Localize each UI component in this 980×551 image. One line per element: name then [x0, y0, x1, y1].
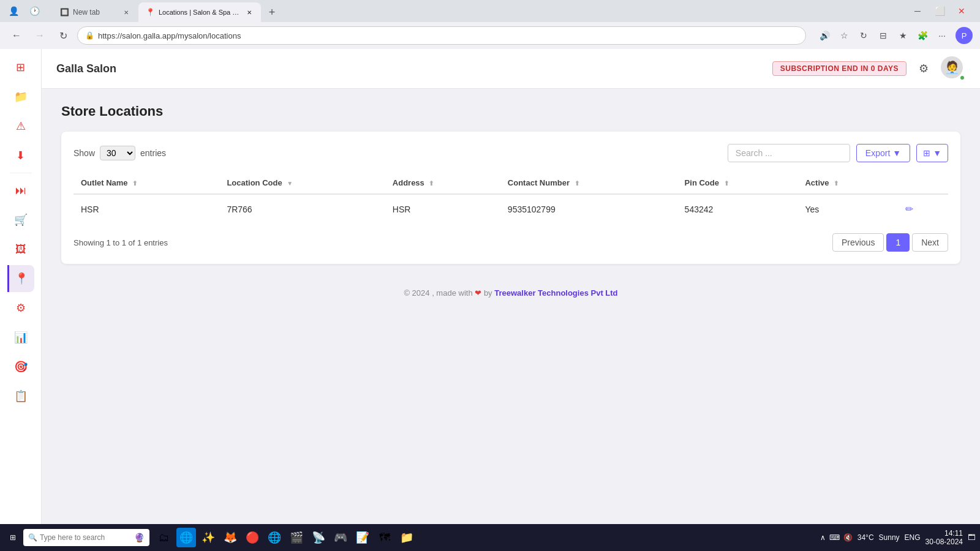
browser-profile-icon[interactable]: P: [956, 27, 973, 44]
pagination-row: Showing 1 to 1 of 1 entries Previous 1 N…: [74, 233, 948, 252]
refresh-button[interactable]: ↻: [54, 26, 72, 45]
col-outlet-name[interactable]: Outlet Name ⬆: [74, 172, 219, 194]
split-view-icon[interactable]: ⊟: [875, 27, 892, 44]
close-button[interactable]: ✕: [953, 2, 970, 20]
taskbar-app-explorer[interactable]: 📁: [397, 528, 417, 547]
sidebar-item-media[interactable]: ⏭: [7, 177, 34, 204]
sort-icon-outlet: ⬆: [132, 180, 137, 187]
col-location-code[interactable]: Location Code ▼: [219, 172, 385, 194]
avatar-online-dot: [959, 75, 965, 81]
previous-button[interactable]: Previous: [832, 233, 884, 252]
sidebar-item-reports[interactable]: 📊: [7, 324, 34, 351]
systray-up-icon[interactable]: ∧: [820, 533, 826, 542]
addressbar-row: ← → ↻ 🔒 https://salon.galla.app/mysalon/…: [0, 22, 980, 49]
main-content: Galla Salon SUBSCRIPTION END IN 0 DAYS ⚙…: [42, 49, 980, 524]
col-address[interactable]: Address ⬆: [385, 172, 500, 194]
maximize-button[interactable]: ⬜: [931, 2, 948, 20]
tab-close-btn[interactable]: ✕: [121, 7, 131, 17]
entries-select[interactable]: 30 10 50 100: [100, 146, 135, 160]
sidebar-item-dashboard[interactable]: ⊞: [7, 54, 34, 81]
table-body: HSR 7R766 HSR 9535102799 543242 Yes ✏: [74, 194, 948, 223]
taskbar-app-youtube[interactable]: 🎬: [287, 528, 306, 547]
cell-contact-number: 9535102799: [500, 194, 677, 223]
taskbar-right: ∧ ⌨ 🔇 34°C Sunny ENG 14:11 30-08-2024 🗔: [820, 529, 975, 546]
edit-row-button[interactable]: ✏: [904, 202, 914, 216]
new-tab-button[interactable]: +: [263, 4, 281, 21]
footer-text: © 2024 , made with: [404, 288, 472, 298]
systray-speaker-icon[interactable]: 🔇: [843, 533, 853, 542]
tab-favicon: 🔲: [60, 8, 69, 17]
cell-location-code: 7R766: [219, 194, 385, 223]
taskbar-search-icon: 🔍: [28, 533, 37, 542]
collections-icon[interactable]: ★: [894, 27, 911, 44]
taskbar-app-chrome[interactable]: 🌐: [265, 528, 284, 547]
favorites-icon[interactable]: ☆: [835, 27, 853, 44]
grid-dropdown-icon: ▼: [933, 148, 941, 158]
lock-icon: 🔒: [85, 31, 94, 40]
notification-icon[interactable]: 🗔: [968, 533, 975, 542]
tab-locations[interactable]: 📍 Locations | Salon & Spa Manager ✕: [138, 2, 261, 22]
addressbar[interactable]: 🔒 https://salon.galla.app/mysalon/locati…: [77, 26, 806, 45]
sidebar-item-cart[interactable]: 🛒: [7, 206, 34, 233]
taskbar-app-notes[interactable]: 📝: [353, 528, 372, 547]
col-active[interactable]: Active ⬆: [797, 172, 896, 194]
pagination-buttons: Previous 1 Next: [832, 233, 948, 252]
taskbar-app-firefox[interactable]: 🦊: [221, 528, 240, 547]
clock[interactable]: 14:11 30-08-2024: [925, 529, 963, 546]
tab-new-tab[interactable]: 🔲 New tab ✕: [53, 2, 138, 22]
systray-keyboard-icon[interactable]: ⌨: [829, 533, 840, 542]
table-card: Show 30 10 50 100 entries Export: [61, 132, 960, 264]
tab-label: New tab: [73, 8, 100, 17]
window-controls: 👤 🕐: [5, 2, 43, 20]
history-icon[interactable]: 🕐: [26, 2, 43, 20]
forward-button[interactable]: →: [31, 26, 49, 45]
grid-view-button[interactable]: ⊞ ▼: [916, 144, 948, 162]
sidebar-item-settings[interactable]: ⚙: [7, 294, 34, 321]
tab-label: Locations | Salon & Spa Manager: [159, 9, 242, 16]
read-aloud-icon[interactable]: 🔊: [816, 27, 833, 44]
col-pin-code[interactable]: Pin Code ⬆: [677, 172, 798, 194]
data-table: Outlet Name ⬆ Location Code ▼ Address ⬆: [74, 172, 948, 223]
sidebar-item-folder[interactable]: 📁: [7, 83, 34, 110]
settings-button[interactable]: ⚙: [914, 59, 933, 78]
back-button[interactable]: ←: [7, 26, 26, 45]
sidebar-item-location[interactable]: 📍: [7, 265, 34, 292]
tab-close-active-btn[interactable]: ✕: [246, 7, 254, 17]
sidebar-item-target[interactable]: 🎯: [7, 353, 34, 380]
entries-label: entries: [140, 148, 166, 158]
sidebar-item-gallery[interactable]: 🖼: [7, 236, 34, 263]
next-button[interactable]: Next: [912, 233, 948, 252]
refresh-icon[interactable]: ↻: [855, 27, 872, 44]
sidebar-item-download[interactable]: ⬇: [7, 142, 34, 169]
content-area: Store Locations Show 30 10 50 100 entrie…: [42, 89, 980, 279]
taskbar-app-skype[interactable]: 📡: [309, 528, 328, 547]
browser-addon-icon[interactable]: 🧩: [914, 27, 931, 44]
taskbar-search-input[interactable]: [40, 533, 132, 542]
taskbar-app-bing[interactable]: ✨: [198, 528, 218, 547]
table-toolbar: Show 30 10 50 100 entries Export: [74, 144, 948, 162]
taskbar-app-maps[interactable]: 🗺: [375, 528, 394, 547]
taskbar-app-store[interactable]: 🎮: [331, 528, 350, 547]
sidebar-item-alert[interactable]: ⚠: [7, 113, 34, 140]
taskbar-app-edge[interactable]: 🌐: [176, 528, 196, 547]
cell-actions: ✏: [897, 194, 948, 223]
cell-pin-code: 543242: [677, 194, 798, 223]
taskbar-search[interactable]: 🔍 🔮: [23, 529, 149, 546]
minimize-button[interactable]: ─: [909, 2, 926, 20]
taskbar-apps: 🗂 🌐 ✨ 🦊 🔴 🌐 🎬 📡 🎮 📝 🗺 📁: [154, 528, 417, 547]
page-1-button[interactable]: 1: [886, 233, 910, 252]
tab-favicon: 📍: [146, 8, 155, 17]
browser-chrome: 👤 🕐 🔲 New tab ✕ 📍 Locations | Salon & Sp…: [0, 0, 980, 49]
show-entries-control: Show 30 10 50 100 entries: [74, 146, 166, 160]
start-button[interactable]: ⊞: [5, 531, 21, 544]
export-button[interactable]: Export ▼: [856, 144, 910, 162]
taskbar-app-red[interactable]: 🔴: [243, 528, 262, 547]
col-contact-number[interactable]: Contact Number ⬆: [500, 172, 677, 194]
more-menu-icon[interactable]: ···: [933, 27, 951, 44]
profile-icon[interactable]: 👤: [5, 2, 22, 20]
taskbar-app-files[interactable]: 🗂: [154, 528, 174, 547]
sidebar-item-list[interactable]: 📋: [7, 383, 34, 410]
weather-text: Sunny: [879, 533, 900, 542]
start-icon: ⊞: [10, 533, 16, 542]
search-input[interactable]: [728, 144, 850, 162]
